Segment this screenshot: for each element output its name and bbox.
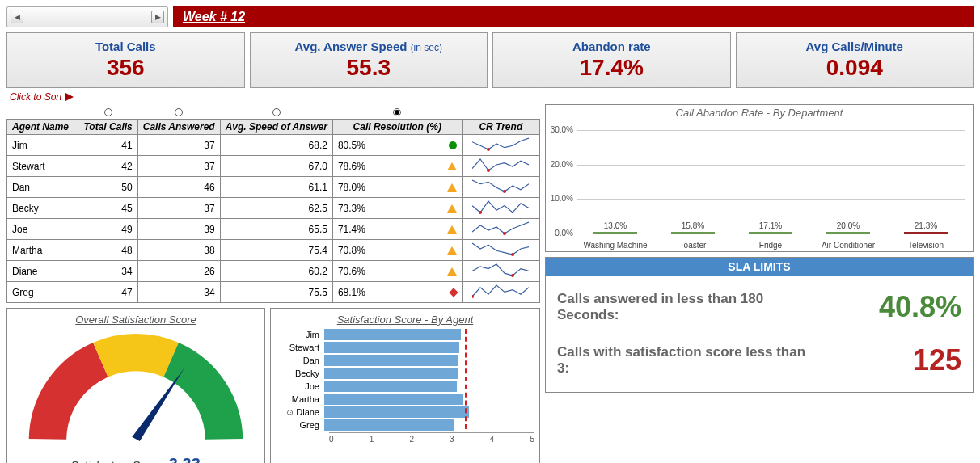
- y-tick: 20.0%: [547, 160, 573, 169]
- agent-label: Dan: [276, 356, 324, 365]
- abandon-bar: 15.8%: [661, 221, 725, 234]
- table-header: Total Calls: [78, 120, 137, 135]
- total-calls: 48: [78, 240, 137, 261]
- calls-answered: 34: [137, 282, 220, 303]
- status-warn-icon: [447, 246, 457, 255]
- status-warn-icon: [447, 162, 457, 170]
- sort-radio[interactable]: [272, 108, 281, 116]
- agent-label: Becky: [276, 368, 324, 378]
- table-row: Stewart 42 37 67.0 78.6%: [7, 156, 540, 177]
- week-title-bar: Week # 12: [173, 6, 974, 27]
- kpi-title: Avg. Answer Speed (in sec): [254, 40, 484, 53]
- status-warn-icon: [447, 267, 457, 276]
- bar-value: 20.0%: [837, 221, 860, 230]
- sort-radio[interactable]: [104, 108, 112, 116]
- kpi-title: Avg Calls/Minute: [740, 40, 970, 53]
- total-calls: 47: [78, 282, 137, 303]
- week-label: Week # 12: [183, 10, 245, 24]
- kpi-title: Total Calls: [11, 40, 241, 53]
- agent-sat-row: ☺Diane: [276, 406, 534, 418]
- abandon-bar: 13.0%: [583, 221, 648, 234]
- total-calls: 45: [78, 198, 137, 219]
- satisfaction-gauge: [23, 329, 249, 450]
- x-label: Fridge: [738, 241, 803, 250]
- table-row: Joe 49 39 65.5 71.4%: [7, 219, 540, 240]
- week-prev-button[interactable]: ◀: [11, 11, 23, 23]
- overall-satisfaction-panel: Overall Satisfaction Score: [6, 308, 265, 463]
- axis-tick: 4: [490, 435, 495, 444]
- abandon-bar: 21.3%: [893, 221, 958, 234]
- sort-radio[interactable]: [393, 108, 401, 116]
- agent-name: Stewart: [7, 156, 78, 177]
- abandon-rate-panel: Call Abandon Rate - By Department 13.0% …: [545, 104, 974, 252]
- sla-row1-label: Calls answered in less than 180 Seconds:: [557, 291, 816, 323]
- table-row: Diane 34 26 60.2 70.6%: [7, 261, 540, 282]
- sla-row2-label: Calls with satisfaction score less than …: [557, 344, 816, 377]
- smiley-icon: ☺: [285, 407, 294, 417]
- x-label: Toaster: [661, 241, 725, 250]
- agent-sat-row: Martha: [276, 394, 534, 405]
- kpi-value: 0.094: [740, 55, 970, 81]
- agent-sat-row: Jim: [276, 329, 534, 340]
- score-label: Satisfaction Score:: [71, 459, 166, 463]
- kpi-card: Avg Calls/Minute 0.094: [736, 32, 974, 88]
- agent-name: Becky: [7, 198, 78, 219]
- avg-speed: 75.4: [220, 240, 332, 261]
- agent-table: Agent NameTotal CallsCalls AnsweredAvg. …: [6, 104, 540, 303]
- score-value: 3.33: [169, 455, 201, 463]
- kpi-title: Abandon rate: [496, 40, 727, 53]
- week-navigator: ◀ ▶: [6, 6, 168, 27]
- cr-trend: [462, 198, 539, 219]
- calls-answered: 39: [137, 219, 220, 240]
- call-resolution: 70.8%: [332, 240, 462, 261]
- total-calls: 49: [78, 219, 137, 240]
- agent-sat-row: Joe: [276, 381, 534, 392]
- calls-answered: 26: [137, 261, 220, 282]
- x-label: Air Conditioner: [816, 241, 881, 250]
- axis-tick: 2: [409, 435, 414, 444]
- svg-point-4: [503, 232, 506, 235]
- agent-name: Diane: [7, 261, 78, 282]
- table-row: Dan 50 46 61.1 78.0%: [7, 177, 540, 198]
- call-resolution: 80.5%: [332, 135, 462, 156]
- avg-speed: 61.1: [220, 177, 332, 198]
- kpi-row: Total Calls 356Avg. Answer Speed (in sec…: [6, 32, 974, 88]
- table-row: Becky 45 37 62.5 73.3%: [7, 198, 540, 219]
- bar-value: 13.0%: [604, 221, 627, 230]
- sort-radio[interactable]: [175, 108, 183, 116]
- svg-point-6: [511, 274, 514, 277]
- calls-answered: 46: [137, 177, 220, 198]
- agent-sat-row: Becky: [276, 368, 534, 379]
- axis-tick: 3: [450, 435, 454, 444]
- abandon-title: Call Abandon Rate - By Department: [547, 107, 971, 119]
- svg-point-1: [487, 169, 490, 172]
- status-warn-icon: [447, 183, 457, 192]
- calls-answered: 37: [137, 198, 220, 219]
- call-resolution: 68.1%: [332, 282, 462, 303]
- agent-name: Martha: [7, 240, 78, 261]
- cr-trend: [462, 177, 539, 198]
- kpi-card: Abandon rate 17.4%: [492, 32, 731, 88]
- table-row: Greg 47 34 75.5 68.1%: [7, 282, 540, 303]
- axis-tick: 1: [370, 435, 374, 444]
- avg-speed: 67.0: [220, 156, 332, 177]
- week-next-button[interactable]: ▶: [151, 11, 164, 23]
- kpi-value: 356: [11, 55, 241, 81]
- status-good-icon: [449, 141, 457, 149]
- y-tick: 10.0%: [547, 194, 573, 203]
- call-resolution: 70.6%: [332, 261, 462, 282]
- call-resolution: 78.6%: [332, 156, 462, 177]
- calls-answered: 38: [137, 240, 220, 261]
- table-header: Calls Answered: [137, 120, 220, 135]
- agent-name: Joe: [7, 219, 78, 240]
- abandon-bar: 20.0%: [816, 221, 881, 234]
- kpi-value: 17.4%: [496, 55, 727, 81]
- cr-trend: [462, 219, 539, 240]
- agent-sat-row: Greg: [276, 419, 534, 431]
- avg-speed: 68.2: [220, 135, 332, 156]
- calls-answered: 37: [137, 156, 220, 177]
- bar-value: 21.3%: [915, 221, 937, 230]
- agent-sat-row: Stewart: [276, 342, 534, 353]
- cr-trend: [462, 261, 539, 282]
- table-header: CR Trend: [462, 120, 539, 135]
